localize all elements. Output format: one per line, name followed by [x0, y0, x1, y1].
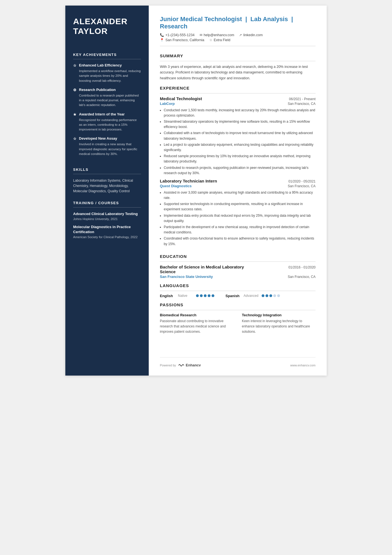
dot-filled — [204, 294, 207, 297]
passions-row: Biomedical Research Passionate about con… — [160, 313, 316, 335]
job-bullets: Conducted over 1,500 tests monthly, incr… — [164, 108, 316, 176]
training-course-title: Advanced Clinical Laboratory Testing — [73, 211, 141, 216]
languages-row: English Native Spanish Advanced — [160, 294, 316, 298]
languages-section: LANGUAGES English Native — [160, 279, 316, 298]
training-title: TRAINING / COURSES — [73, 201, 141, 205]
job-entry: Laboratory Technician Intern 01/2020 - 0… — [160, 179, 316, 247]
dot-filled — [208, 294, 210, 297]
passion-title: Technology Integration — [242, 313, 316, 317]
training-course-sub: American Society for Clinical Pathology,… — [73, 235, 141, 239]
passion-desc: Keen interest in leveraging technology t… — [242, 319, 316, 335]
degree-title: Bachelor of Science in Medical Laborator… — [160, 265, 253, 274]
passion-title: Biomedical Research — [160, 313, 234, 317]
linkedin-contact: ↗ linkedin.com — [239, 33, 262, 37]
job-title-text: Medical Technologist — [160, 96, 202, 101]
email-contact: ✉ help@enhancv.com — [200, 33, 234, 37]
language-name: Spanish — [225, 294, 241, 298]
enhancv-logo: Enhancv — [178, 363, 201, 367]
job-entry: Medical Technologist 06/2021 - Present L… — [160, 96, 316, 176]
achievement-title-text: Awarded Intern of the Year — [79, 112, 125, 116]
experience-section-title: EXPERIENCE — [160, 86, 316, 90]
dot-filled — [212, 294, 214, 297]
job-location: San Francisco, CA — [288, 184, 316, 188]
location-text: San Francisco, California — [165, 38, 204, 42]
logo-icon — [178, 363, 184, 367]
dot-filled — [262, 294, 264, 297]
main-content: Junior Medical Technologist | Lab Analys… — [149, 6, 327, 376]
bullet-item: Supported senior technologists in conduc… — [164, 201, 316, 212]
job-location: San Francisco, CA — [288, 102, 316, 106]
bullet-item: Streamlined laboratory operations by imp… — [164, 119, 316, 130]
star-outline-icon: ☆ — [73, 137, 77, 141]
achievement-title-text: Developed New Assay — [79, 136, 117, 140]
language-dots — [262, 294, 280, 297]
passion-item: Technology Integration Keen interest in … — [242, 313, 316, 335]
phone-icon: 📞 — [160, 33, 164, 37]
achievement-title-text: Research Publication — [79, 88, 116, 92]
education-section: EDUCATION Bachelor of Science in Medical… — [160, 250, 316, 279]
achievement-item: ★ Awarded Intern of the Year Recognized … — [73, 112, 141, 132]
main-header: Junior Medical Technologist | Lab Analys… — [160, 16, 316, 43]
training-section: TRAINING / COURSES Advanced Clinical Lab… — [73, 194, 141, 243]
summary-section-title: SUMMARY — [160, 53, 316, 58]
footer-left: Powered by Enhancv — [160, 363, 201, 367]
language-item: English Native — [160, 294, 214, 298]
job-bullets: Assisted in over 3,000 sample analyses, … — [164, 190, 316, 247]
achievement-desc: Implemented a workflow overhaul, reducin… — [73, 69, 141, 83]
email-icon: ✉ — [200, 33, 202, 37]
bullet-item: Collaborated with a team of technologist… — [164, 130, 316, 141]
powered-by-label: Powered by — [160, 364, 176, 367]
job-dates: 01/2020 - 05/2021 — [289, 179, 316, 183]
languages-section-title: LANGUAGES — [160, 283, 316, 288]
candidate-name: ALEXANDER TAYLOR — [73, 17, 141, 36]
achievement-item: ⚙ Research Publication Contributed to a … — [73, 88, 141, 108]
job-title: Junior Medical Technologist | Lab Analys… — [160, 16, 316, 30]
phone-contact: 📞 +1-(234)-555-1234 — [160, 33, 195, 37]
linkedin-icon: ↗ — [239, 33, 242, 37]
education-section-title: EDUCATION — [160, 254, 316, 259]
language-level: Native — [178, 294, 193, 298]
bullet-item: Participated in the development of a new… — [164, 225, 316, 235]
summary-text: With 3 years of experience, adept at lab… — [160, 64, 316, 81]
location-icon: 📍 — [160, 38, 164, 42]
bullet-item: Conducted over 1,500 tests monthly, incr… — [164, 108, 316, 118]
page-footer: Powered by Enhancv www.enhancv.com — [160, 357, 316, 367]
skills-text: Laboratory Information Systems, Clinical… — [73, 178, 141, 194]
dot-filled — [196, 294, 199, 297]
bullet-item: Reduced sample processing times by 10% b… — [164, 154, 316, 164]
achievement-desc: Recognized for outstanding performance a… — [73, 118, 141, 132]
summary-section: SUMMARY With 3 years of experience, adep… — [160, 49, 316, 81]
bullet-item: Assisted in over 3,000 sample analyses, … — [164, 190, 316, 201]
key-achievements-title: KEY ACHIEVEMENTS — [73, 53, 141, 57]
dot-empty — [273, 294, 276, 297]
location-contact: 📍 San Francisco, California — [160, 38, 204, 42]
achievement-title-text: Enhanced Lab Efficiency — [79, 63, 122, 67]
training-item: Molecular Diagnostics in Practice Certif… — [73, 225, 141, 239]
dot-empty — [277, 294, 280, 297]
extra-contact: ☆ Extra Field — [209, 38, 230, 42]
sidebar: ALEXANDER TAYLOR KEY ACHIEVEMENTS ☆ Enha… — [65, 6, 149, 376]
linkedin-text: linkedin.com — [243, 33, 262, 37]
achievement-desc: Involved in creating a new assay that im… — [73, 142, 141, 156]
language-item: Spanish Advanced — [225, 294, 280, 298]
star-icon: ☆ — [73, 63, 77, 68]
achievement-desc: Contributed to a research paper publishe… — [73, 93, 141, 108]
school-name: San Francisco State University — [160, 275, 213, 279]
dot-filled — [266, 294, 268, 297]
passions-section: PASSIONS Biomedical Research Passionate … — [160, 298, 316, 335]
sidebar-footer — [73, 362, 141, 367]
dot-filled — [200, 294, 203, 297]
award-icon: ★ — [73, 112, 77, 117]
contact-row-2: 📍 San Francisco, California ☆ Extra Fiel… — [160, 38, 316, 42]
bullet-item: Implemented data entry protocols that re… — [164, 213, 316, 224]
achievement-item: ☆ Developed New Assay Involved in creati… — [73, 136, 141, 156]
phone-text: +1-(234)-555-1234 — [165, 33, 195, 37]
contact-row: 📞 +1-(234)-555-1234 ✉ help@enhancv.com ↗… — [160, 33, 316, 37]
passion-item: Biomedical Research Passionate about con… — [160, 313, 234, 335]
company-name: Quest Diagnostics — [160, 184, 192, 188]
language-level: Advanced — [244, 294, 259, 298]
separator-icon: | — [245, 16, 249, 23]
extra-text: Extra Field — [214, 38, 230, 42]
edu-dates: 01/2016 - 01/2020 — [289, 265, 316, 269]
company-name: LabCorp — [160, 102, 175, 106]
